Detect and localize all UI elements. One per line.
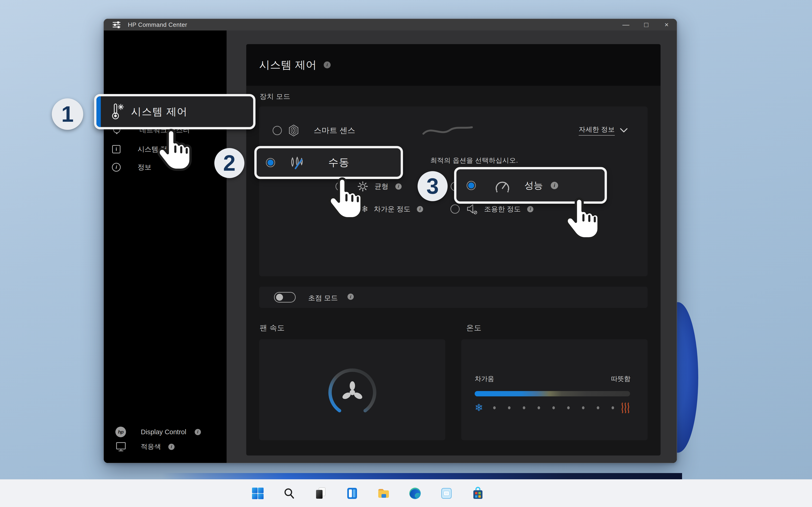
scale-dot	[523, 406, 525, 409]
task-view-button[interactable]	[314, 487, 327, 500]
temperature-panel: 차가움 따뜻함 ❄	[461, 339, 648, 440]
manual-fan-icon	[288, 155, 307, 170]
window-title: HP Command Center	[128, 21, 187, 29]
sidebar-item-display-control[interactable]: hp Display Control i	[115, 425, 201, 439]
page-title: 시스템 제어	[259, 58, 317, 72]
fan-speed-label: 팬 속도	[260, 323, 285, 333]
display-app-icon	[441, 487, 453, 500]
windows-start-icon	[252, 487, 264, 500]
hand-cursor-1	[157, 127, 196, 175]
temperature-slider[interactable]	[475, 391, 630, 396]
cool-label: 차가운 정도	[374, 205, 410, 214]
widgets-icon	[346, 487, 358, 500]
temperature-scale: ❄	[475, 401, 630, 415]
speaker-quiet-icon	[466, 203, 478, 215]
scale-dot	[508, 406, 510, 409]
hand-cursor-3	[565, 196, 604, 243]
sidebar-item-about[interactable]: i 정보	[112, 158, 151, 176]
taskbar	[0, 479, 812, 507]
option-cool[interactable]: ❄ 차가운 정도 i	[361, 203, 423, 216]
app-sliders-icon	[112, 21, 121, 29]
info-icon[interactable]: i	[551, 182, 558, 189]
sidebar-item-label: 정보	[138, 163, 151, 172]
maximize-button[interactable]: □	[636, 19, 656, 31]
scale-dot	[612, 406, 614, 409]
quiet-label: 조용한 정도	[484, 205, 521, 214]
minimize-button[interactable]: —	[616, 19, 636, 31]
sidebar-item-label: 적응색	[141, 442, 161, 451]
chevron-down-icon	[620, 128, 628, 133]
manual-radio[interactable]	[266, 158, 275, 167]
scale-dot	[597, 406, 599, 409]
microsoft-store-icon	[472, 487, 484, 500]
more-info-link[interactable]: 자세한 정보	[579, 125, 628, 135]
option-quiet[interactable]: 조용한 정도 i	[450, 203, 534, 216]
task-view-icon	[315, 487, 327, 500]
info-icon[interactable]: i	[417, 206, 423, 212]
info-icon[interactable]: i	[395, 183, 402, 190]
info-icon[interactable]: i	[324, 61, 331, 68]
heat-waves-icon	[621, 402, 630, 414]
focus-mode-toggle[interactable]	[274, 292, 296, 302]
scale-dot	[538, 406, 540, 409]
file-explorer-button[interactable]	[377, 487, 390, 500]
info-square-icon: i	[112, 145, 120, 153]
widgets-button[interactable]	[345, 487, 359, 500]
balanced-label: 균형	[374, 182, 389, 191]
temperature-label: 온도	[466, 323, 481, 333]
warm-label: 따뜻함	[611, 375, 630, 383]
smart-sense-icon	[288, 124, 300, 137]
desktop: HP Command Center — □ × hp 네트워크 부스터 i 시스…	[0, 0, 812, 507]
titlebar: HP Command Center — □ ×	[104, 19, 677, 31]
thermometer-fan-icon	[109, 102, 124, 121]
active-accent-bar	[96, 96, 101, 127]
hp-logo-small: hp	[115, 427, 126, 437]
callout-step-2: 2	[214, 148, 244, 178]
quiet-radio[interactable]	[450, 205, 460, 214]
card-header: 시스템 제어 i	[246, 44, 661, 86]
fan-speed-gauge	[321, 361, 384, 424]
sidebar-item-adaptive-color[interactable]: 적응색 i	[115, 440, 174, 454]
scale-dot	[567, 406, 570, 409]
speedometer-icon	[494, 178, 511, 192]
scale-dot	[493, 406, 496, 409]
cold-snowflake-icon: ❄	[475, 402, 483, 413]
close-button[interactable]: ×	[656, 19, 677, 31]
file-explorer-icon	[377, 487, 390, 499]
smart-sense-label: 스마트 센스	[314, 125, 355, 136]
info-icon[interactable]: i	[195, 429, 201, 435]
cold-label: 차가움	[475, 375, 494, 383]
edge-button[interactable]	[408, 487, 422, 500]
callout-step-3: 3	[417, 171, 448, 201]
info-circle-icon: i	[112, 163, 121, 172]
performance-label: 성능	[524, 179, 543, 192]
smart-sense-wave-icon	[421, 124, 474, 138]
callout-box-system-control[interactable]: 시스템 제어	[94, 94, 255, 129]
search-icon	[283, 487, 295, 499]
more-info-link-text: 자세한 정보	[579, 125, 615, 135]
edge-icon	[409, 487, 421, 500]
option-prompt: 최적의 옵션을 선택하십시오.	[430, 156, 518, 165]
scale-dot	[582, 406, 585, 409]
focus-mode-panel: 초점 모드 i	[259, 287, 648, 308]
smart-sense-radio[interactable]	[272, 126, 282, 135]
scale-dot	[552, 406, 555, 409]
display-app-button[interactable]	[440, 487, 453, 500]
fan-speed-panel	[259, 339, 445, 440]
sidebar-item-label-active: 시스템 제어	[131, 105, 188, 118]
info-icon[interactable]: i	[168, 444, 174, 450]
monitor-icon	[115, 442, 126, 452]
info-icon[interactable]: i	[348, 294, 354, 300]
callout-box-manual[interactable]: 수동	[254, 146, 403, 179]
wallpaper-bloom-sliver	[162, 473, 682, 479]
search-button[interactable]	[283, 487, 296, 500]
start-button[interactable]	[251, 487, 264, 500]
manual-label: 수동	[328, 156, 350, 169]
performance-radio[interactable]	[467, 181, 476, 190]
sidebar-item-label: Display Control	[141, 428, 186, 436]
info-icon[interactable]: i	[527, 206, 534, 212]
option-smart-sense[interactable]: 스마트 센스	[272, 123, 355, 138]
focus-mode-label: 초점 모드	[308, 293, 338, 303]
microsoft-store-button[interactable]	[471, 487, 485, 500]
fan-icon	[341, 381, 363, 400]
